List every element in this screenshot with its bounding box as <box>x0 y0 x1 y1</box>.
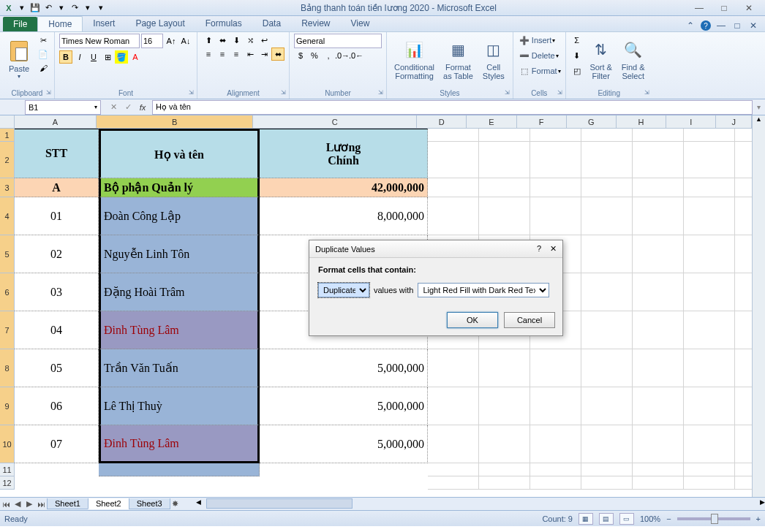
sheet-nav-next-icon[interactable]: ▶ <box>23 499 35 509</box>
window-minimize-icon[interactable]: — <box>715 20 727 31</box>
cell-section-total[interactable]: 42,000,000 <box>260 178 428 197</box>
increase-indent-icon[interactable]: ⇥ <box>257 48 271 61</box>
close-button[interactable]: ✕ <box>740 2 758 14</box>
col-header-A[interactable]: A <box>15 115 97 129</box>
zoom-out-icon[interactable]: − <box>666 514 671 523</box>
excel-icon[interactable]: X <box>3 2 15 14</box>
font-color-button[interactable]: A <box>129 50 142 64</box>
cell-name-0[interactable]: Đoàn Công Lập <box>99 197 260 235</box>
cell-salary-5[interactable]: 5,000,000 <box>260 387 428 425</box>
col-header-D[interactable]: D <box>417 115 467 129</box>
tab-data[interactable]: Data <box>252 16 291 31</box>
col-header-J[interactable]: J <box>716 115 752 129</box>
zoom-slider[interactable] <box>677 517 750 520</box>
tab-home[interactable]: Home <box>37 16 83 31</box>
increase-decimal-icon[interactable]: .0→ <box>336 49 349 62</box>
cell-section-name[interactable]: Bộ phận Quản lý <box>99 178 260 197</box>
expand-formula-icon[interactable]: ▾ <box>753 103 765 111</box>
currency-icon[interactable]: $ <box>294 49 307 62</box>
tab-insert[interactable]: Insert <box>83 16 125 31</box>
font-name-select[interactable] <box>59 34 140 48</box>
font-size-select[interactable] <box>141 34 163 48</box>
help-icon[interactable]: ? <box>701 20 711 31</box>
vertical-scrollbar[interactable]: ▲ <box>752 115 765 497</box>
decrease-font-icon[interactable]: A↓ <box>179 34 192 48</box>
paste-dropdown-icon[interactable]: ▾ <box>18 73 20 80</box>
decrease-indent-icon[interactable]: ⇤ <box>244 48 257 61</box>
italic-button[interactable]: I <box>73 50 86 64</box>
sheet-nav-first-icon[interactable]: ⏮ <box>0 500 12 509</box>
percent-icon[interactable]: % <box>308 49 321 62</box>
row-header-11[interactable]: 11 <box>0 463 15 476</box>
number-format-select[interactable] <box>294 34 382 48</box>
align-middle-icon[interactable]: ⬌ <box>216 34 229 47</box>
cell-name-1[interactable]: Nguyễn Linh Tôn <box>99 235 260 273</box>
paste-button[interactable]: Paste ▾ <box>4 34 34 85</box>
border-button[interactable]: ⊞ <box>101 50 114 64</box>
fx-icon[interactable]: fx <box>136 101 149 114</box>
horizontal-scrollbar[interactable]: ◀ ▶ <box>196 498 765 510</box>
save-icon[interactable]: 💾 <box>29 2 41 14</box>
undo-icon[interactable]: ↶ <box>42 2 54 14</box>
align-top-icon[interactable]: ⬆ <box>202 34 215 47</box>
row-header-10[interactable]: 10 <box>0 425 15 463</box>
duplicate-mode-select[interactable]: Duplicate <box>318 283 369 297</box>
cell-salary-4[interactable]: 5,000,000 <box>260 349 428 387</box>
cell-name-6[interactable]: Đinh Tùng Lâm <box>99 425 260 463</box>
row-header-6[interactable]: 6 <box>0 273 15 311</box>
tab-review[interactable]: Review <box>291 16 340 31</box>
name-box[interactable]: B1▾ <box>25 100 101 115</box>
sheet-nav-last-icon[interactable]: ⏭ <box>35 500 47 509</box>
format-style-select[interactable]: Light Red Fill with Dark Red Text <box>418 283 549 297</box>
format-cells-icon[interactable]: ⬚ <box>518 64 531 77</box>
redo-dropdown-icon[interactable]: ▾ <box>82 2 94 14</box>
decrease-decimal-icon[interactable]: .0← <box>350 49 363 62</box>
sheet-tab-sheet3[interactable]: Sheet3 <box>129 498 170 509</box>
increase-font-icon[interactable]: A↑ <box>165 34 178 48</box>
minimize-ribbon-icon[interactable]: ⌃ <box>685 20 696 31</box>
align-bottom-icon[interactable]: ⬇ <box>230 34 243 47</box>
sheet-tab-sheet2[interactable]: Sheet2 <box>88 498 129 509</box>
cell-name-4[interactable]: Trần Văn Tuấn <box>99 349 260 387</box>
ok-button[interactable]: OK <box>447 312 498 328</box>
cell-salary-0[interactable]: 8,000,000 <box>260 197 428 235</box>
redo-icon[interactable]: ↷ <box>69 2 80 14</box>
align-left-icon[interactable]: ≡ <box>202 48 215 61</box>
cell-name-3[interactable]: Đinh Tùng Lâm <box>99 311 260 349</box>
tab-view[interactable]: View <box>341 16 380 31</box>
clear-icon[interactable]: ◰ <box>570 64 584 77</box>
align-right-icon[interactable]: ≡ <box>230 48 243 61</box>
col-header-F[interactable]: F <box>517 115 567 129</box>
format-as-table-button[interactable]: ▦Format as Table <box>440 34 476 85</box>
col-header-H[interactable]: H <box>617 115 666 129</box>
underline-button[interactable]: U <box>87 50 100 64</box>
cut-icon[interactable]: ✂ <box>37 34 50 47</box>
cell-header-stt[interactable]: STT <box>15 129 99 178</box>
enter-formula-icon[interactable]: ✓ <box>121 101 135 114</box>
cell-stt-6[interactable]: 07 <box>15 425 99 463</box>
tab-formulas[interactable]: Formulas <box>195 16 252 31</box>
row-header-7[interactable]: 7 <box>0 311 15 349</box>
conditional-formatting-button[interactable]: 📊Conditional Formatting <box>391 34 437 85</box>
cell-styles-button[interactable]: ◫Cell Styles <box>479 34 508 85</box>
merge-center-icon[interactable]: ⬌ <box>271 48 284 61</box>
qat-dropdown-icon[interactable]: ▾ <box>16 2 28 14</box>
row-header-1[interactable]: 1 <box>0 129 15 142</box>
cell-name-2[interactable]: Đặng Hoài Trâm <box>99 273 260 311</box>
cell-stt-5[interactable]: 06 <box>15 387 99 425</box>
col-header-C[interactable]: C <box>253 115 417 129</box>
view-pagebreak-icon[interactable]: ▭ <box>619 513 634 525</box>
zoom-in-icon[interactable]: + <box>756 514 761 523</box>
cell-stt-4[interactable]: 05 <box>15 349 99 387</box>
sort-filter-button[interactable]: ⇅Sort & Filter <box>587 34 616 85</box>
insert-label[interactable]: Insert <box>532 36 552 45</box>
cell-stt-1[interactable]: 02 <box>15 235 99 273</box>
row-header-2[interactable]: 2 <box>0 142 15 178</box>
delete-label[interactable]: Delete <box>532 51 555 60</box>
copy-icon[interactable]: 📄 <box>37 48 50 61</box>
cancel-formula-icon[interactable]: ✕ <box>107 101 120 114</box>
formula-input[interactable]: Họ và tên <box>152 100 753 115</box>
row-header-9[interactable]: 9 <box>0 387 15 425</box>
undo-dropdown-icon[interactable]: ▾ <box>56 2 67 14</box>
dialog-close-icon[interactable]: ✕ <box>550 244 557 254</box>
